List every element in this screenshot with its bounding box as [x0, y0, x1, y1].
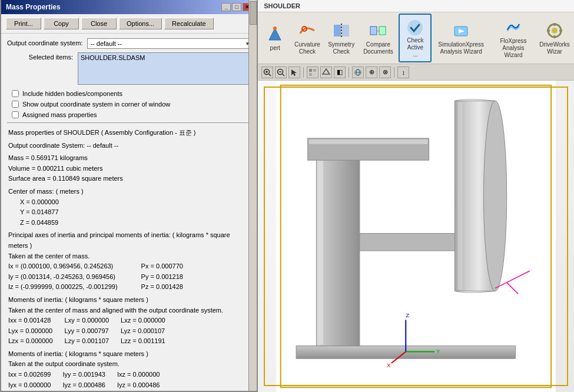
ribbon-item-simulation[interactable]: SimulationXpress Analysis Wizard	[433, 14, 489, 62]
dialog-titlebar: Mass Properties _ □ ✕	[1, 0, 257, 14]
close-button[interactable]: Close	[81, 18, 117, 29]
moments-label: Moments of inertia: ( kilograms * square…	[8, 295, 250, 305]
zoom-out-btn[interactable]	[275, 67, 287, 78]
check-active-icon	[406, 18, 424, 37]
iz2: Izx = 0.000000	[8, 390, 51, 391]
floxpress-label: FloXpress Analysis Wizard	[495, 38, 532, 59]
curvature-icon	[298, 21, 317, 40]
dialog-scrollbar[interactable]	[248, 0, 257, 391]
lyz: Lyz = 0.000107	[121, 326, 165, 337]
ixx: Ixx = 0.001428	[8, 315, 53, 326]
moments-right: Lxz = 0.000000 Lyz = 0.000107 Lzz = 0.00…	[121, 315, 165, 347]
svg-marker-30	[323, 69, 330, 74]
coord-system-dropdown[interactable]: -- default -- ▼	[87, 38, 251, 49]
output-corner-label: Show output coordinate system in corner …	[22, 101, 170, 108]
dialog-title: Mass Properties	[6, 3, 61, 11]
view-btn2[interactable]: ⊕	[366, 67, 377, 78]
svg-rect-28	[309, 73, 312, 76]
ribbon-item-symmetry[interactable]: Symmetry Check	[325, 14, 358, 62]
principal-axes-label: Principal axes of inertia and principal …	[8, 230, 250, 251]
ixx2: Ixx = 0.002699	[8, 370, 51, 380]
select-btn[interactable]	[288, 67, 300, 78]
print-button[interactable]: Print...	[6, 18, 41, 29]
checkbox-hidden-bodies[interactable]: Include hidden bodies/components	[7, 88, 251, 99]
display-btn3[interactable]: ◧	[334, 67, 346, 78]
hidden-bodies-checkbox[interactable]	[12, 90, 19, 97]
check-active-label: Check Active ...	[404, 37, 426, 58]
pert-icon	[266, 25, 284, 44]
lzy: Lzy = 0.001107	[65, 336, 110, 347]
svg-rect-27	[313, 69, 316, 72]
zoom-in-btn[interactable]	[261, 67, 273, 78]
sw-toolbar2: ◧ ⊕ ⊗ ↕	[258, 64, 574, 81]
moments2-table: Ixx = 0.002699 Iyx = 0.000000 Izx = 0.00…	[8, 370, 250, 391]
driveworks-label: DriveWorks Wizar	[539, 41, 569, 55]
lxz: Lxz = 0.000000	[121, 315, 165, 326]
ribbon-item-floxpress[interactable]: FloXpress Analysis Wizard	[490, 14, 536, 62]
sw-viewport[interactable]: Z Y X	[258, 81, 574, 392]
curvature-label: Curvature Check	[294, 41, 320, 55]
checkbox-output-corner[interactable]: Show output coordinate system in corner …	[7, 99, 251, 109]
minimize-button[interactable]: _	[221, 3, 231, 11]
divider	[7, 122, 251, 123]
sw-panel: SHOULDER pert Curvature Check	[258, 0, 574, 392]
ribbon-item-curvature[interactable]: Curvature Check	[291, 14, 323, 62]
properties-text: Mass properties of SHOULDER ( Assembly C…	[7, 125, 251, 391]
selected-items-box[interactable]: SHOULDER.SLDASM	[78, 52, 251, 85]
svg-text:↔: ↔	[376, 28, 380, 34]
taken-center-aligned: Taken at the center of mass and aligned …	[8, 305, 250, 316]
pert-label: pert	[270, 45, 280, 52]
selected-items-label: Selected items:	[7, 52, 78, 61]
output-corner-checkbox[interactable]	[12, 101, 19, 108]
lxy: Lxy = 0.000000	[65, 315, 110, 326]
titlebar-buttons: _ □ ✕	[221, 3, 252, 11]
recalculate-button[interactable]: Recalculate	[164, 18, 213, 29]
model-scene: Z Y X	[258, 81, 574, 392]
taken-output: Taken at the output coordinate system.	[8, 359, 250, 370]
display-btn2[interactable]	[320, 67, 332, 78]
svg-rect-4	[342, 25, 349, 36]
symmetry-label: Symmetry Check	[328, 41, 354, 55]
copy-button[interactable]: Copy	[44, 18, 79, 29]
checkbox-assigned-mass[interactable]: Assigned mass properties	[7, 109, 251, 120]
options-button[interactable]: Options...	[119, 18, 162, 29]
coord-system-label: Output coordinate system:	[7, 38, 87, 46]
pz-label: Pz = 0.001428	[141, 282, 183, 293]
coord-system-select[interactable]: -- default --	[87, 38, 251, 49]
scene-border	[264, 87, 568, 386]
lzz: Lzz = 0.001191	[121, 336, 165, 347]
svg-point-1	[273, 26, 277, 30]
moments2-right: Ixz = 0.000000 Iyz = 0.000486 Izz = 0.00…	[117, 370, 160, 391]
ixz2b: Ixz = 0.000000	[117, 370, 160, 380]
simulation-icon	[452, 21, 470, 40]
moments-table: Ixx = 0.001428 Lyx = 0.000000 Lzx = 0.00…	[8, 315, 250, 347]
cz: Z = 0.044859	[8, 218, 250, 228]
moments2-label: Moments of inertia: ( kilograms * square…	[8, 349, 250, 360]
dialog-toolbar: Print... Copy Close Options... Recalcula…	[1, 14, 257, 34]
toolbar-sep-2	[349, 67, 349, 78]
selected-items-row: Selected items: SHOULDER.SLDASM	[7, 52, 251, 85]
scrollbar-thumb[interactable]	[250, 1, 257, 25]
dialog-content: Output coordinate system: -- default -- …	[1, 34, 257, 391]
move-btn[interactable]: ↕	[397, 67, 409, 78]
floxpress-icon	[504, 18, 523, 36]
moments-left: Ixx = 0.001428 Lyx = 0.000000 Lzx = 0.00…	[8, 315, 53, 347]
assigned-mass-label: Assigned mass properties	[22, 111, 97, 118]
display-btn1[interactable]	[307, 67, 318, 78]
ribbon-item-pert[interactable]: pert	[260, 14, 290, 62]
iy-label: Iy = (0.001314, -0.245263, 0.969456)	[8, 272, 118, 283]
moments-mid: Lxy = 0.000000 Lyy = 0.000797 Lzy = 0.00…	[65, 315, 110, 347]
principal-table: Ix = (0.000100, 0.969456, 0.245263) Iy =…	[8, 261, 250, 293]
ribbon-item-driveworks[interactable]: DriveWorks Wizar	[537, 14, 572, 62]
compare-icon: ↔	[369, 21, 387, 40]
ribbon-item-compare[interactable]: ↔ Compare Documents	[359, 14, 398, 62]
maximize-button[interactable]: □	[232, 3, 241, 11]
iyz2b: Iyz = 0.000486	[117, 380, 160, 391]
view-btn3[interactable]: ⊗	[379, 67, 391, 78]
ribbon-item-check-active[interactable]: Check Active ...	[399, 14, 432, 62]
assigned-mass-checkbox[interactable]	[12, 111, 19, 118]
lyy: Lyy = 0.000797	[65, 326, 110, 337]
output-coord: Output coordinate System: -- default --	[8, 141, 250, 151]
view-btn1[interactable]	[352, 67, 364, 78]
principal-right: Px = 0.000770 Py = 0.001218 Pz = 0.00142…	[141, 261, 183, 293]
